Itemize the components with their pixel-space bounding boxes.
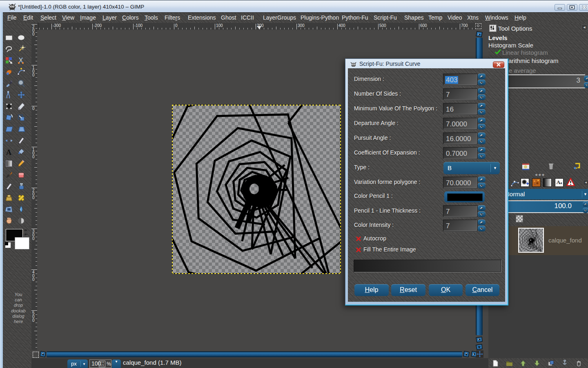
svg-text:0: 0 [32,277,35,282]
svg-text:600: 600 [420,23,427,28]
svg-text:-100: -100 [134,23,143,28]
svg-text:0: 0 [32,155,35,159]
svg-text:0: 0 [32,73,35,77]
svg-text:700: 700 [461,23,468,28]
svg-text:0: 0 [32,318,35,323]
svg-text:0: 0 [32,195,35,200]
svg-text:A: A [6,148,11,157]
svg-text:500: 500 [379,23,386,28]
svg-text:0: 0 [175,23,178,28]
svg-text:-300: -300 [53,23,61,28]
svg-text:-200: -200 [94,23,102,28]
svg-text:400: 400 [339,23,345,28]
svg-text:300: 300 [298,23,305,28]
svg-text:0: 0 [32,32,35,36]
svg-text:0: 0 [32,106,35,111]
svg-text:0: 0 [32,236,35,241]
svg-text:100: 100 [216,23,223,28]
